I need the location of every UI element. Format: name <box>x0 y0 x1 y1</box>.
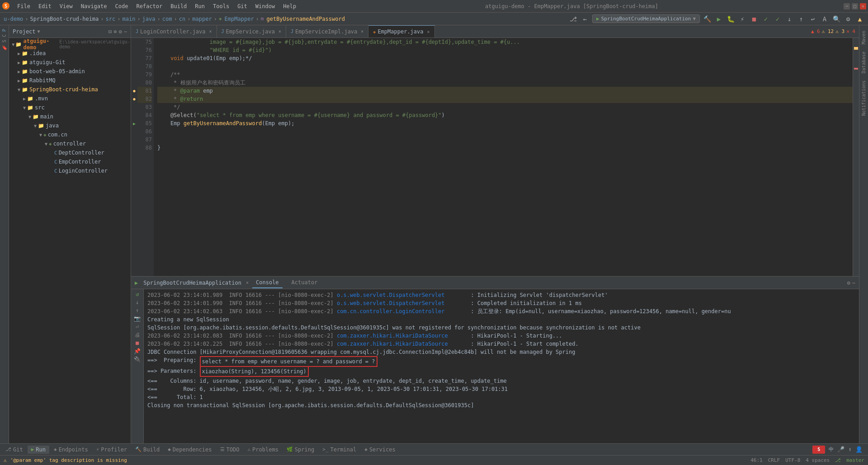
tree-controller[interactable]: ▼ ◈ controller <box>9 139 131 148</box>
collapse-run-button[interactable]: − <box>852 280 855 286</box>
search-button[interactable]: 🔍 <box>832 14 841 23</box>
structure-icon[interactable]: S <box>2 40 7 42</box>
tree-rabbitmq[interactable]: ▶ 📁 RabbitMQ <box>9 76 131 85</box>
tab-empmapper[interactable]: ◈ EmpMapper.java × <box>368 25 434 38</box>
notifications-tab[interactable]: Notifications <box>860 79 867 117</box>
debug-button[interactable]: 🐛 <box>726 14 735 23</box>
tab-close-login[interactable]: × <box>209 29 212 34</box>
git-commit[interactable]: ✓ <box>773 14 782 23</box>
menu-git[interactable]: Git <box>234 2 251 10</box>
stop-button[interactable]: ■ <box>750 14 759 23</box>
run-panel-close[interactable]: × <box>246 280 249 285</box>
build-button[interactable]: 🔨 <box>703 14 712 23</box>
bottom-tab-profiler[interactable]: ⚡ Profiler <box>93 446 131 454</box>
scroll-to-center-button[interactable]: ⊕ <box>113 28 117 35</box>
run-config-selector[interactable]: ▶ SpringBootCrudHeimaApplication ▼ <box>592 14 700 23</box>
rerun-button[interactable]: ↺ <box>136 291 139 297</box>
maven-tab[interactable]: Maven <box>860 29 867 46</box>
clear-button[interactable]: ■ <box>136 340 139 346</box>
breadcrumb-java[interactable]: java <box>142 16 156 22</box>
bookmarks-icon[interactable]: 🔖 <box>2 45 7 50</box>
run-button[interactable]: ▶ <box>714 14 723 23</box>
breadcrumb-method[interactable]: getByUsernameAndPassword <box>266 16 344 22</box>
tree-empcontroller[interactable]: ▶ C EmpController <box>9 157 131 166</box>
print-button[interactable]: 🖨 <box>135 332 140 338</box>
maximize-button[interactable]: □ <box>852 3 858 9</box>
pin-button[interactable]: 📌 <box>134 348 141 354</box>
breadcrumb-springboot[interactable]: SpringBoot-crud-heima <box>30 16 99 22</box>
tab-close-empmapper[interactable]: × <box>427 29 430 34</box>
menu-build[interactable]: Build <box>167 2 190 10</box>
tree-mvn[interactable]: ▶ 📁 .mvn <box>9 94 131 103</box>
tree-springboot[interactable]: ▼ 📁 SpringBoot-crud-heima <box>9 85 131 94</box>
scroll-down-button[interactable]: ↓ <box>136 299 139 305</box>
bottom-tab-git[interactable]: ⎇ Git <box>2 446 27 454</box>
status-encoding[interactable]: UTF-8 <box>785 457 800 463</box>
status-crlf[interactable]: CRLF <box>768 457 780 463</box>
breadcrumb-demo[interactable]: u-demo <box>4 16 23 22</box>
camera-button[interactable]: 📷 <box>134 315 141 322</box>
actuator-tab[interactable]: Actuator <box>288 277 321 288</box>
gear-icon[interactable]: ⚙ <box>119 28 122 35</box>
run-arrow-icon-85[interactable]: ▶ <box>133 121 136 126</box>
breadcrumb-src[interactable]: src <box>106 16 116 22</box>
project-icon[interactable]: P <box>2 29 7 32</box>
vcs-button[interactable]: ⎇ <box>569 14 578 23</box>
bottom-tab-dependencies[interactable]: ◆ Dependencies <box>164 446 215 454</box>
menu-view[interactable]: View <box>56 2 76 10</box>
breadcrumb-com[interactable]: com <box>162 16 172 22</box>
tree-boot-web[interactable]: ▶ 📁 boot-web-05-admin <box>9 67 131 76</box>
bottom-tab-problems[interactable]: ⚠ Problems <box>244 446 282 454</box>
tree-java[interactable]: ▼ 📁 java <box>9 121 131 130</box>
scroll-up-button[interactable]: ↑ <box>136 307 139 314</box>
bottom-tab-terminal[interactable]: >_ Terminal <box>319 446 360 454</box>
translate-button[interactable]: A <box>820 14 829 23</box>
bottom-tab-build[interactable]: 🔨 Build <box>132 446 163 454</box>
minimize-button[interactable]: − <box>844 3 850 9</box>
settings-run-button[interactable]: ⚙ <box>847 280 850 286</box>
menu-file[interactable]: File <box>14 2 34 10</box>
breadcrumb-empmapper[interactable]: EmpMapper <box>225 16 254 22</box>
coverage-button[interactable]: ⚡ <box>738 14 747 23</box>
status-indent[interactable]: 4 spaces <box>806 457 830 463</box>
menu-refactor[interactable]: Refactor <box>132 2 166 10</box>
menu-navigate[interactable]: Navigate <box>77 2 111 10</box>
commit-icon[interactable]: C <box>2 34 7 37</box>
tab-empservice[interactable]: J EmpService.java × <box>217 25 286 38</box>
tab-logincontroller[interactable]: J LoginController.java × <box>131 25 217 38</box>
breadcrumb-main[interactable]: main <box>122 16 135 22</box>
tab-empserviceimpl[interactable]: J EmpServiceImpl.java × <box>286 25 368 38</box>
wrap-button[interactable]: ⏎ <box>136 324 139 330</box>
tree-comcn[interactable]: ▼ ◈ com.cn <box>9 130 131 139</box>
database-tab[interactable]: Database <box>860 50 867 75</box>
bottom-tab-todo[interactable]: ☰ TODO <box>217 446 243 454</box>
git-revert[interactable]: ↩ <box>808 14 817 23</box>
tree-idea[interactable]: ▶ 📁 .idea <box>9 49 131 58</box>
update-button[interactable]: ▲ <box>855 14 864 23</box>
menu-edit[interactable]: Edit <box>35 2 55 10</box>
settings-button[interactable]: ⚙ <box>844 14 853 23</box>
bottom-tab-spring[interactable]: 🌿 Spring <box>283 446 318 454</box>
console-tab[interactable]: Console <box>252 277 283 288</box>
bottom-tab-run[interactable]: ▶ Run <box>28 446 49 454</box>
tab-close-empservice[interactable]: × <box>278 29 281 34</box>
git-push[interactable]: ↑ <box>797 14 806 23</box>
tree-src[interactable]: ▼ 📁 src <box>9 103 131 112</box>
tree-atguigu-git[interactable]: ▶ 📁 atguigu-Git <box>9 58 131 67</box>
tab-close-empserviceimpl[interactable]: × <box>361 29 363 34</box>
hide-panel-button[interactable]: − <box>124 28 127 35</box>
collapse-all-button[interactable]: ⊟ <box>108 28 112 35</box>
back-button[interactable]: ← <box>580 14 590 23</box>
git-update[interactable]: ↓ <box>785 14 794 23</box>
menu-run[interactable]: Run <box>191 2 208 10</box>
plugins-button[interactable]: 🔌 <box>134 356 141 362</box>
close-button[interactable]: ✕ <box>860 3 866 9</box>
bottom-tab-endpoints[interactable]: ◈ Endpoints <box>50 446 92 454</box>
tree-logincontroller[interactable]: ▶ C LoginController <box>9 166 131 175</box>
git-branch-label[interactable]: master <box>846 457 864 463</box>
tree-main[interactable]: ▼ 📁 main <box>9 112 131 121</box>
menu-help[interactable]: Help <box>279 2 300 10</box>
menu-code[interactable]: Code <box>112 2 132 10</box>
tree-root[interactable]: ▼ 📁 atguigu-demo E:\idea-workspace\atgui… <box>9 40 131 49</box>
menu-tools[interactable]: Tools <box>209 2 233 10</box>
